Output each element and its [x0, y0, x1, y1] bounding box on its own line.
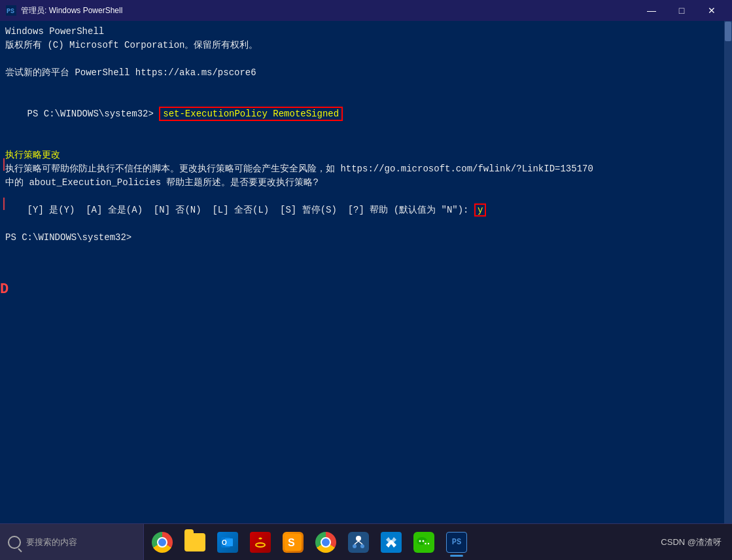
terminal-line-5 — [5, 80, 719, 94]
taskbar-app-chrome2[interactable] — [310, 527, 341, 558]
terminal-line-policy-desc1: 执行策略可帮助你防止执行不信任的脚本。更改执行策略可能会产生安全风险，如 htt… — [5, 162, 719, 176]
minimize-button[interactable]: — — [636, 0, 667, 21]
taskbar-apps: O S — [144, 524, 475, 560]
taskbar-right: CSDN @渣渣呀 — [661, 536, 732, 548]
ps-icon: PS — [446, 532, 467, 553]
svg-text:S: S — [288, 537, 295, 548]
terminal-line-command: PS C:\WINDOWS\system32> set-ExecutionPol… — [5, 94, 719, 135]
taskbar-search[interactable]: 要搜索的内容 — [0, 524, 144, 560]
scrollbar[interactable] — [724, 21, 732, 523]
taskbar-app-chrome[interactable] — [147, 527, 178, 558]
svg-point-16 — [419, 540, 421, 542]
taskbar-app-vscode[interactable] — [375, 527, 407, 558]
red-marker-2: | — [0, 198, 8, 211]
title-bar-left: PS 管理员: Windows PowerShell — [5, 5, 122, 16]
svg-point-20 — [428, 542, 429, 544]
search-icon — [8, 536, 21, 549]
terminal-line-4: 尝试新的跨平台 PowerShell https://aka.ms/pscore… — [5, 66, 719, 80]
chrome-icon — [152, 532, 173, 553]
terminal-line-prompt: [Y] 是(Y) [A] 全是(A) [N] 否(N) [L] 全否(L) [S… — [5, 190, 719, 231]
taskbar-app-sublime[interactable]: S — [277, 527, 309, 558]
close-button[interactable]: ✕ — [697, 0, 727, 21]
svg-rect-8 — [348, 532, 369, 553]
svg-point-9 — [356, 536, 361, 541]
svg-point-17 — [423, 540, 425, 542]
taskbar-app-java[interactable] — [245, 527, 276, 558]
red-marker-1: | — [0, 158, 8, 171]
terminal-line-policy-desc2: 中的 about_Execution_Policies 帮助主题所述。是否要更改… — [5, 176, 719, 190]
svg-point-18 — [423, 540, 431, 547]
terminal-line-policy-change: 执行策略更改 — [5, 149, 719, 162]
taskbar: 要搜索的内容 O — [0, 523, 732, 560]
title-bar: PS 管理员: Windows PowerShell — □ ✕ — [0, 0, 732, 21]
powershell-icon: PS — [5, 5, 17, 16]
terminal-line-3 — [5, 52, 719, 66]
terminal-line-1: Windows PowerShell — [5, 25, 719, 39]
prompt-text: PS C:\WINDOWS\system32> — [27, 109, 160, 119]
java-icon — [250, 532, 271, 553]
terminal-window[interactable]: Windows PowerShell 版权所有 (C) Microsoft Co… — [0, 21, 724, 523]
svg-point-11 — [360, 544, 364, 548]
taskbar-app-sourcetree[interactable] — [343, 527, 374, 558]
window-title: 管理员: Windows PowerShell — [21, 5, 122, 16]
svg-text:O: O — [222, 539, 227, 546]
taskbar-app-explorer[interactable] — [179, 527, 211, 558]
wechat-icon — [413, 532, 434, 553]
sublime-icon: S — [283, 532, 304, 553]
search-text: 要搜索的内容 — [26, 536, 77, 548]
red-marker-3: D — [0, 283, 9, 297]
folder-icon — [184, 533, 205, 551]
terminal-line-2: 版权所有 (C) Microsoft Corporation。保留所有权利。 — [5, 39, 719, 52]
svg-text:PS: PS — [7, 8, 14, 15]
svg-point-19 — [425, 542, 426, 544]
outlook-icon: O — [217, 532, 238, 553]
sourcetree-icon — [348, 532, 369, 553]
scrollbar-thumb[interactable] — [725, 22, 731, 41]
csdn-text: CSDN @渣渣呀 — [661, 536, 722, 548]
terminal-line-7 — [5, 135, 719, 149]
taskbar-app-wechat[interactable] — [408, 527, 440, 558]
chrome2-icon — [315, 532, 336, 553]
vscode-icon — [381, 532, 402, 553]
maximize-button[interactable]: □ — [667, 0, 697, 21]
svg-point-5 — [256, 543, 265, 547]
taskbar-app-powershell[interactable]: PS — [441, 527, 472, 558]
svg-point-10 — [353, 544, 357, 548]
command-highlight: set-ExecutionPolicy RemoteSigned — [159, 107, 343, 121]
ps-text: PS — [452, 538, 461, 547]
terminal-line-new-prompt: PS C:\WINDOWS\system32> — [5, 231, 719, 245]
answer-highlight: y — [474, 203, 486, 217]
options-text: [Y] 是(Y) [A] 全是(A) [N] 否(N) [L] 全否(L) [S… — [27, 205, 474, 215]
taskbar-app-outlook[interactable]: O — [212, 527, 243, 558]
window-controls: — □ ✕ — [636, 0, 727, 21]
